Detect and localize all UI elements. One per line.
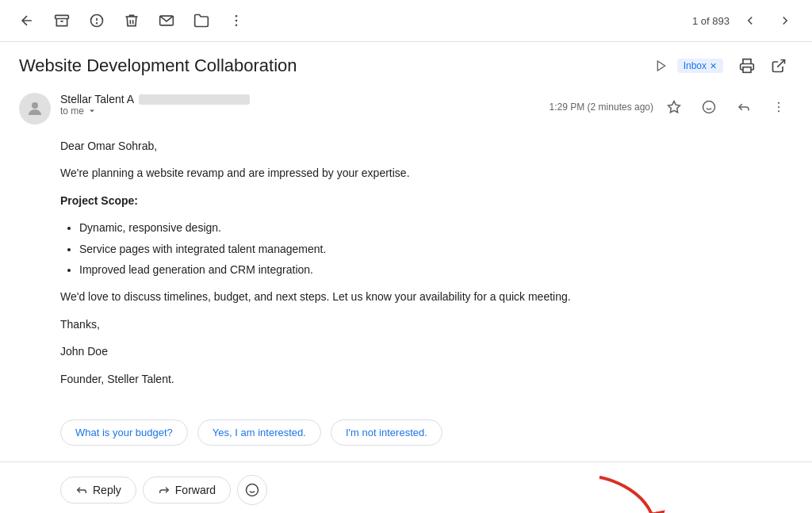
scope-item-2: Service pages with integrated talent man… (79, 240, 793, 258)
reply-icon (75, 484, 88, 496)
prev-email-button[interactable] (736, 6, 764, 35)
svg-point-18 (778, 110, 779, 112)
sender-email-redacted (139, 94, 250, 105)
email-counter: 1 of 893 (692, 15, 730, 27)
more-email-options-button[interactable] (764, 93, 793, 121)
mark-unread-button[interactable] (152, 6, 181, 35)
recipient-label: to me (60, 105, 84, 117)
email-header: Stellar Talent A to me 1:29 PM (2 minute… (0, 86, 812, 131)
reply-bar: Reply Forward (0, 465, 812, 513)
forward-icon (158, 484, 170, 496)
svg-rect-9 (743, 67, 751, 73)
svg-point-13 (703, 101, 715, 113)
next-email-button[interactable] (771, 6, 799, 35)
inbox-label: Inbox (684, 60, 707, 71)
toolbar-left (13, 6, 686, 35)
open-in-new-window-button[interactable] (764, 52, 793, 80)
subject-right-actions (733, 52, 793, 80)
scope-label: Project Scope: (60, 194, 138, 207)
emoji-icon (245, 483, 259, 497)
body-divider (0, 461, 812, 462)
svg-point-7 (236, 25, 238, 27)
reply-header-button[interactable] (730, 93, 758, 121)
red-arrow (584, 469, 671, 513)
print-button[interactable] (733, 52, 761, 80)
delete-button[interactable] (117, 6, 146, 35)
smart-reply-not-interested[interactable]: I'm not interested. (331, 419, 442, 446)
email-body: Dear Omar Sohrab, We're planning a websi… (0, 131, 812, 410)
scope-item-1: Dynamic, responsive design. (79, 219, 793, 236)
spam-button[interactable] (82, 6, 111, 35)
sender-name: Stellar Talent A (60, 93, 134, 105)
star-button[interactable] (660, 93, 688, 121)
remove-inbox-label-button[interactable]: ✕ (710, 61, 717, 71)
svg-point-16 (778, 102, 779, 104)
email-greeting: Dear Omar Sohrab, (60, 137, 793, 155)
timestamp-area: 1:29 PM (2 minutes ago) (550, 93, 793, 121)
svg-point-19 (247, 484, 259, 496)
inbox-badge: Inbox ✕ (677, 59, 723, 73)
recipient-line: to me (60, 105, 540, 117)
toolbar-right: 1 of 893 (692, 6, 799, 35)
smart-reply-budget[interactable]: What is your budget? (60, 419, 188, 446)
svg-point-3 (97, 23, 98, 24)
svg-point-11 (32, 102, 38, 109)
move-button[interactable] (187, 6, 216, 35)
smart-reply-interested[interactable]: Yes, I am interested. (197, 419, 321, 446)
sender-info: Stellar Talent A to me (60, 93, 540, 117)
email-subject: Website Development Collaboration (19, 56, 645, 76)
svg-marker-8 (657, 61, 665, 71)
scope-item-3: Improved lead generation and CRM integra… (79, 261, 793, 278)
more-actions-button[interactable] (222, 6, 251, 35)
smart-replies: What is your budget? Yes, I am intereste… (0, 410, 812, 458)
email-timestamp: 1:29 PM (2 minutes ago) (550, 101, 653, 113)
reply-button[interactable]: Reply (60, 477, 136, 503)
emoji-button[interactable] (237, 475, 267, 505)
svg-line-10 (777, 60, 784, 67)
email-sender-name: John Doe (60, 343, 793, 360)
forward-label: Forward (175, 484, 216, 496)
archive-button[interactable] (48, 6, 76, 35)
svg-point-17 (778, 106, 779, 108)
email-toolbar: 1 of 893 (0, 0, 812, 42)
email-signoff: Thanks, (60, 316, 793, 333)
back-button[interactable] (13, 6, 41, 35)
email-sender-title: Founder, Steller Talent. (60, 370, 793, 388)
scope-list: Dynamic, responsive design. Service page… (79, 219, 793, 278)
recipient-dropdown-icon[interactable] (87, 106, 97, 116)
reply-label: Reply (93, 484, 121, 496)
email-intro: We're planning a website revamp and are … (60, 164, 793, 182)
emoji-react-button[interactable] (695, 93, 723, 121)
forward-button[interactable]: Forward (143, 477, 231, 503)
subject-bar: Website Development Collaboration Inbox … (0, 42, 812, 86)
sender-avatar (19, 93, 51, 124)
email-body-text: We'd love to discuss timelines, budget, … (60, 288, 793, 305)
snooze-icon (655, 59, 668, 72)
svg-point-5 (236, 15, 238, 17)
svg-point-6 (236, 20, 238, 22)
svg-marker-12 (668, 101, 680, 113)
svg-rect-0 (56, 15, 69, 18)
